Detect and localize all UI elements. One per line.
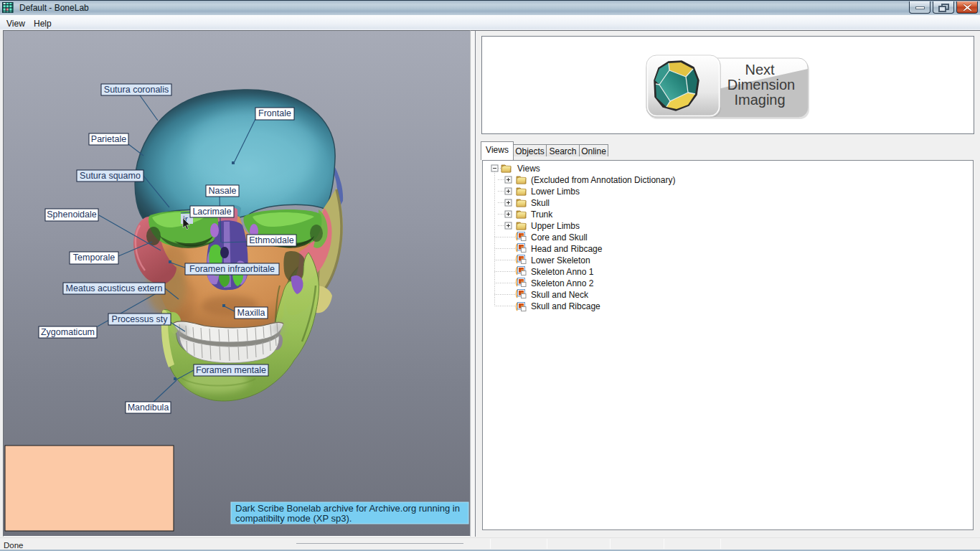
svg-text:Parietale: Parietale	[91, 134, 126, 144]
svg-text:compatibilty mode (XP sp3).: compatibilty mode (XP sp3).	[235, 513, 352, 524]
svg-text:Ethmoidale: Ethmoidale	[249, 235, 294, 245]
svg-text:Sutura coronalis: Sutura coronalis	[104, 85, 169, 95]
svg-text:Lacrimale: Lacrimale	[192, 207, 231, 217]
svg-text:Processus sty: Processus sty	[112, 314, 169, 324]
svg-text:Nasale: Nasale	[209, 186, 237, 196]
svg-text:Zygomaticum: Zygomaticum	[41, 327, 95, 337]
svg-text:Imaging: Imaging	[734, 92, 785, 108]
svg-text:Mandibula: Mandibula	[128, 402, 169, 413]
svg-text:Sutura squamo: Sutura squamo	[80, 171, 141, 181]
svg-text:Dimension: Dimension	[727, 77, 795, 93]
svg-text:Frontale: Frontale	[258, 108, 291, 118]
svg-text:Sphenoidale: Sphenoidale	[47, 209, 97, 220]
svg-text:Foramen infraorbitale: Foramen infraorbitale	[189, 264, 275, 274]
svg-text:Dark Scribe Bonelab archive fo: Dark Scribe Bonelab archive for Archive.…	[235, 503, 460, 514]
svg-text:Meatus acusticus extern: Meatus acusticus extern	[66, 283, 163, 293]
svg-text:Maxilla: Maxilla	[237, 308, 265, 318]
svg-text:Temporale: Temporale	[73, 253, 115, 263]
svg-text:Next: Next	[745, 62, 775, 77]
svg-text:Foramen mentale: Foramen mentale	[196, 365, 266, 375]
